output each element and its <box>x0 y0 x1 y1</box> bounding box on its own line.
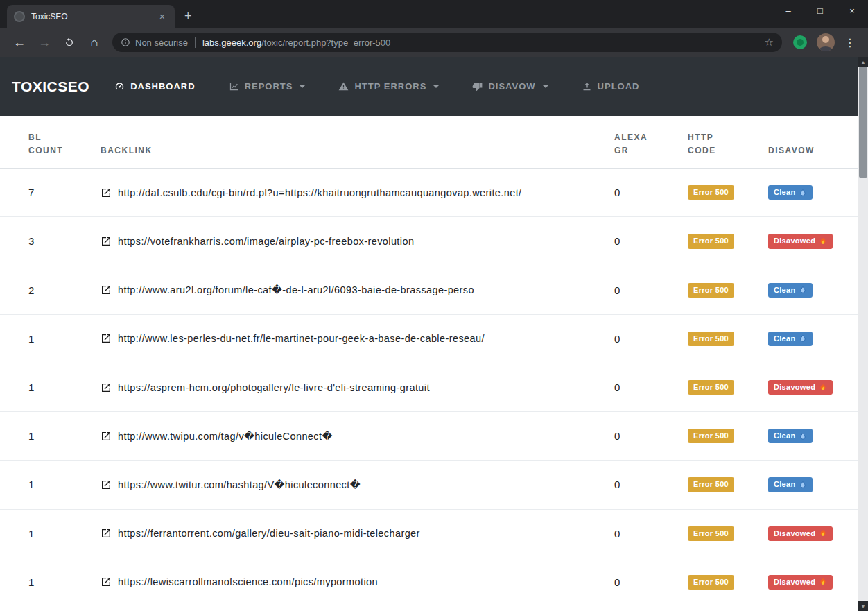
address-bar[interactable]: Non sécurisé labs.geeek.org /toxic/repor… <box>112 33 782 52</box>
warning-triangle-icon <box>338 81 349 92</box>
bl-count: 1 <box>0 509 92 558</box>
nav-item-upload[interactable]: UPLOAD <box>582 81 640 92</box>
nav-item-label: DISAVOW <box>488 81 535 92</box>
backlink-text: https://asprem-hcm.org/photogallery/le-l… <box>118 382 430 393</box>
nav-item-label: UPLOAD <box>598 81 640 92</box>
scrollbar-thumb[interactable] <box>859 67 867 178</box>
droplet-icon <box>799 432 807 440</box>
minimize-button[interactable]: – <box>772 0 804 21</box>
external-link-icon <box>101 333 112 344</box>
backlink-link[interactable]: http://daf.csulb.edu/cgi-bin/rd.pl?u=htt… <box>101 187 598 198</box>
backlink-text: http://www.les-perles-du-net.fr/le-marti… <box>118 333 485 344</box>
chevron-down-icon <box>543 85 548 88</box>
http-code-badge: Error 500 <box>688 332 734 346</box>
table-row: 1 https://asprem-hcm.org/photogallery/le… <box>0 363 858 411</box>
window-controls: – □ × <box>772 0 868 21</box>
reports-chart-icon <box>229 81 239 92</box>
backlink-link[interactable]: https://www.twitur.com/hashtag/V�hiculec… <box>101 479 598 490</box>
main-nav: DASHBOARD REPORTS HTTP ERRORS DISAVOW UP… <box>114 81 639 92</box>
maximize-button[interactable]: □ <box>804 0 836 21</box>
back-icon[interactable]: ← <box>9 32 30 53</box>
scrollbar[interactable]: ▲ ▼ <box>858 57 868 611</box>
nav-item-label: DASHBOARD <box>130 81 196 92</box>
scroll-down-button[interactable]: ▼ <box>858 601 868 611</box>
url-host: labs.geeek.org <box>202 37 261 48</box>
column-header: DISAVOW <box>760 116 858 169</box>
alexa-gr: 0 <box>606 509 679 558</box>
bl-count: 1 <box>0 461 92 509</box>
backlinks-table-body: 7 http://daf.csulb.edu/cgi-bin/rd.pl?u=h… <box>0 169 858 606</box>
bookmark-star-icon[interactable]: ☆ <box>765 36 774 49</box>
backlink-link[interactable]: http://www.twipu.com/tag/v�hiculeConnect… <box>101 431 598 442</box>
backlink-text: https://www.twitur.com/hashtag/V�hiculec… <box>118 479 361 490</box>
disavow-label: Disavowed <box>774 529 815 538</box>
table-row: 1 https://ferrantorrent.com/gallery/dieu… <box>0 509 858 558</box>
browser-window: ToxicSEO × + – □ × ← → ⌂ Non sécurisé la… <box>0 0 868 611</box>
bl-count: 7 <box>0 169 92 217</box>
nav-item-disavow[interactable]: DISAVOW <box>472 81 548 92</box>
alexa-gr: 0 <box>606 558 679 606</box>
table-row: 1 https://lewiscarrollmanofscience.com/p… <box>0 558 858 606</box>
backlink-link[interactable]: http://www.les-perles-du-net.fr/le-marti… <box>101 333 598 344</box>
new-tab-button[interactable]: + <box>184 9 192 24</box>
column-header: ALEXA GR <box>606 116 679 169</box>
profile-avatar[interactable] <box>817 33 835 51</box>
nav-item-label: REPORTS <box>245 81 293 92</box>
table-row: 7 http://daf.csulb.edu/cgi-bin/rd.pl?u=h… <box>0 169 858 217</box>
home-icon[interactable]: ⌂ <box>84 32 105 53</box>
bl-count: 1 <box>0 363 92 411</box>
http-code-badge: Error 500 <box>688 526 734 541</box>
disavow-label: Clean <box>774 286 795 295</box>
upload-icon <box>582 81 592 92</box>
disavow-label: Clean <box>774 334 795 343</box>
disavow-badge: Clean <box>768 332 813 346</box>
disavow-badge: Clean <box>768 185 813 200</box>
disavow-label: Clean <box>774 480 795 489</box>
flame-icon <box>819 529 827 537</box>
http-code-badge: Error 500 <box>688 380 734 395</box>
backlink-link[interactable]: https://asprem-hcm.org/photogallery/le-l… <box>101 382 598 393</box>
alexa-gr: 0 <box>606 169 679 217</box>
nav-item-http-errors[interactable]: HTTP ERRORS <box>338 81 439 92</box>
backlink-link[interactable]: https://lewiscarrollmanofscience.com/pic… <box>101 576 598 587</box>
backlink-link[interactable]: https://votefrankharris.com/image/airpla… <box>101 236 598 247</box>
extension-icon[interactable] <box>793 35 807 49</box>
disavow-badge: Disavowed <box>768 380 833 395</box>
disavow-label: Disavowed <box>774 383 815 392</box>
brand-logo[interactable]: TOXICSEO <box>12 78 89 95</box>
info-icon[interactable] <box>121 37 130 47</box>
chevron-down-icon <box>300 85 305 88</box>
nav-item-reports[interactable]: REPORTS <box>229 81 306 92</box>
forward-icon[interactable]: → <box>34 32 55 53</box>
disavow-badge: Clean <box>768 429 813 443</box>
backlink-link[interactable]: http://www.aru2l.org/forum/le-caf�-de-l-… <box>101 284 598 295</box>
http-code-badge: Error 500 <box>688 429 734 443</box>
backlink-text: http://www.twipu.com/tag/v�hiculeConnect… <box>118 431 333 442</box>
browser-menu-icon[interactable]: ⋮ <box>839 36 861 49</box>
alexa-gr: 0 <box>606 412 679 461</box>
nav-item-dashboard[interactable]: DASHBOARD <box>114 81 196 92</box>
alexa-gr: 0 <box>606 461 679 509</box>
bl-count: 1 <box>0 314 92 363</box>
bl-count: 2 <box>0 266 92 314</box>
backlink-text: http://www.aru2l.org/forum/le-caf�-de-l-… <box>118 284 474 295</box>
security-label: Non sécurisé <box>135 37 188 48</box>
scroll-up-button[interactable]: ▲ <box>858 57 868 67</box>
thumbs-down-icon <box>472 81 483 92</box>
disavow-badge: Clean <box>768 283 813 298</box>
browser-titlebar: ToxicSEO × + – □ × <box>0 0 868 28</box>
site-favicon-icon <box>14 11 25 22</box>
browser-tab[interactable]: ToxicSEO × <box>7 5 175 28</box>
http-code-badge: Error 500 <box>688 477 734 492</box>
refresh-icon[interactable] <box>59 32 80 53</box>
table-row: 2 http://www.aru2l.org/forum/le-caf�-de-… <box>0 266 858 314</box>
nav-item-label: HTTP ERRORS <box>354 81 426 92</box>
table-row: 1 https://www.twitur.com/hashtag/V�hicul… <box>0 461 858 509</box>
backlink-text: https://ferrantorrent.com/gallery/dieu-s… <box>118 528 420 539</box>
backlink-link[interactable]: https://ferrantorrent.com/gallery/dieu-s… <box>101 528 598 539</box>
http-code-badge: Error 500 <box>688 234 734 248</box>
tab-close-icon[interactable]: × <box>157 11 168 22</box>
disavow-label: Clean <box>774 431 795 440</box>
http-code-badge: Error 500 <box>688 185 734 200</box>
close-button[interactable]: × <box>836 0 868 21</box>
